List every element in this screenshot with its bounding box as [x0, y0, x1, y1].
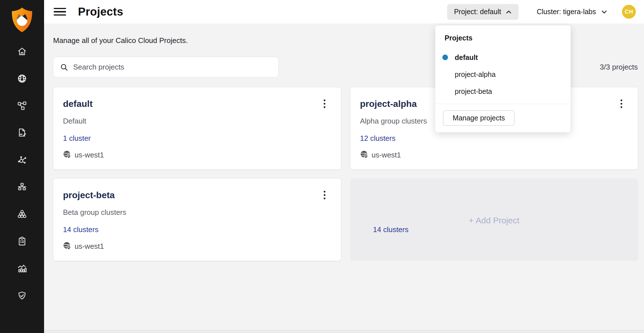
project-card-region: us-west1: [63, 150, 341, 160]
clusters-link[interactable]: 14 clusters: [373, 225, 409, 234]
search-icon: [60, 63, 68, 71]
add-project-tile[interactable]: + Add Project 14 clusters: [350, 178, 638, 261]
dropdown-divider: [435, 104, 571, 104]
region-label: us-west1: [75, 151, 104, 159]
dropdown-item-label: project-beta: [455, 87, 492, 96]
project-selector-label: Project: default: [454, 8, 501, 16]
top-header: Projects Project: default Cluster: tiger…: [44, 0, 644, 23]
selected-project-dot-icon: [442, 55, 448, 60]
sidebar-item-analytics[interactable]: [17, 263, 27, 274]
dropdown-item-default[interactable]: default: [435, 52, 571, 63]
sidebar: [0, 0, 44, 333]
clusters-link[interactable]: 14 clusters: [63, 225, 99, 234]
home-icon: [17, 47, 27, 56]
project-card-region: us-west1: [360, 150, 638, 160]
workloads-cluster-icon: [17, 209, 27, 219]
sidebar-item-nodes[interactable]: [17, 182, 27, 192]
project-card-title: default: [63, 99, 341, 109]
chevron-up-icon: [506, 10, 512, 14]
chevron-down-icon: [601, 10, 607, 14]
page-title: Projects: [78, 5, 123, 18]
header-right-group: Project: default Cluster: tigera-labs CH: [447, 4, 644, 20]
project-card-default: default Default 1 cluster us-west1: [53, 87, 341, 170]
region-label: us-west1: [75, 242, 104, 251]
calico-cat-shield-logo[interactable]: [11, 6, 33, 33]
add-project-label: + Add Project: [350, 216, 638, 225]
sidebar-item-service-graph[interactable]: [17, 101, 27, 111]
globe-location-icon: [63, 150, 72, 160]
service-graph-icon: [17, 101, 27, 111]
dropdown-item-project-beta[interactable]: project-beta: [435, 86, 571, 97]
threat-defense-shield-icon: [17, 291, 27, 300]
dropdown-header: Projects: [445, 34, 473, 42]
globe-location-icon: [360, 150, 369, 160]
project-card-description: Beta group clusters: [63, 208, 341, 217]
user-avatar[interactable]: CH: [622, 5, 636, 19]
dropdown-item-label: project-alpha: [455, 70, 496, 79]
dropdown-item-project-alpha[interactable]: project-alpha: [435, 69, 571, 80]
sidebar-item-policies[interactable]: [17, 128, 27, 138]
search-box: [53, 57, 279, 77]
clusters-link[interactable]: 1 cluster: [63, 134, 91, 143]
network-sets-molecule-icon: [17, 155, 27, 165]
nodes-tree-icon: [17, 182, 27, 192]
policies-document-icon: [17, 128, 27, 138]
calico-cloud-projects-page: { "app": { "logo_icon": "calico-cat-shie…: [0, 0, 644, 333]
clusters-link[interactable]: 12 clusters: [360, 134, 396, 143]
project-card-description: Default: [63, 117, 341, 126]
hamburger-menu-icon[interactable]: [54, 7, 67, 17]
region-label: us-west1: [372, 151, 401, 159]
bottom-scroll-strip: [44, 330, 644, 333]
manage-projects-button[interactable]: Manage projects: [443, 110, 515, 126]
project-dropdown-panel: Projects default project-alpha project-b…: [435, 25, 571, 132]
sidebar-item-threat-defense[interactable]: [17, 291, 27, 301]
sidebar-item-workloads[interactable]: [17, 209, 27, 219]
sidebar-item-compliance[interactable]: [17, 236, 27, 246]
projects-count: 3/3 projects: [600, 63, 638, 72]
sidebar-item-dashboard[interactable]: [17, 73, 27, 84]
sidebar-item-home[interactable]: [17, 46, 27, 57]
project-card-project-beta: project-beta Beta group clusters 14 clus…: [53, 178, 341, 261]
search-input[interactable]: [73, 63, 271, 72]
sidebar-item-network-sets[interactable]: [17, 155, 27, 165]
cluster-selector-label: Cluster: tigera-labs: [537, 8, 596, 16]
dashboard-gauge-icon: [17, 74, 27, 83]
card-kebab-menu-icon[interactable]: [319, 188, 330, 202]
project-card-region: us-west1: [63, 241, 341, 251]
card-kebab-menu-icon[interactable]: [319, 97, 330, 111]
globe-location-icon: [63, 241, 72, 251]
project-selector-button[interactable]: Project: default: [447, 4, 519, 20]
dropdown-item-label: default: [455, 53, 478, 62]
analytics-chart-icon: [17, 264, 27, 273]
compliance-clipboard-icon: [17, 237, 27, 246]
project-card-title: project-beta: [63, 190, 341, 200]
card-kebab-menu-icon[interactable]: [616, 97, 626, 111]
cluster-selector-button[interactable]: Cluster: tigera-labs: [537, 8, 607, 16]
sidebar-nav: [17, 46, 27, 301]
